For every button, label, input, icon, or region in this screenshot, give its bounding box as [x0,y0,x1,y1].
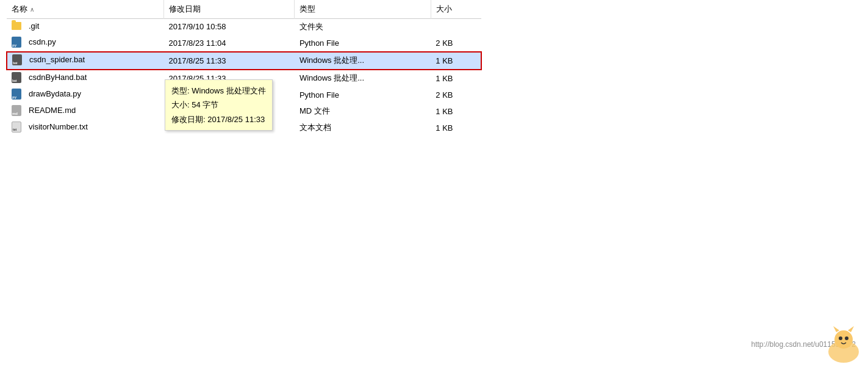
file-icon-wrapper: csdn_spider.bat [12,54,85,65]
file-name-label: csdn_spider.bat [29,55,85,64]
col-type[interactable]: 类型 [295,0,431,19]
bat-icon [12,72,21,83]
file-size-cell: 1 KB [431,70,481,87]
file-type-cell: Windows 批处理... [295,70,431,87]
file-icon-wrapper: README.md [12,105,76,116]
folder-icon [12,22,21,30]
file-modified-cell: 2017/9/10 10:58 [164,19,295,35]
file-name-cell: README.md [7,103,164,120]
col-name[interactable]: 名称 ∧ [7,0,164,19]
file-modified-cell: 2017/8/25 11:33 [164,52,295,70]
file-name-cell: csdn.py [7,35,164,52]
file-name-label: visitorNumber.txt [29,122,88,131]
file-name-label: csdn.py [29,37,56,46]
py-icon [12,89,21,100]
svg-point-4 [839,336,842,340]
file-size-cell: 1 KB [431,120,481,136]
bat-icon [12,54,22,65]
file-size-cell: 1 KB [431,52,481,70]
svg-marker-3 [848,326,854,332]
svg-point-5 [845,336,848,340]
file-size-cell: 1 KB [431,103,481,120]
table-row[interactable]: csdn_spider.bat2017/8/25 11:33Windows 批处… [7,52,481,70]
file-explorer: 名称 ∧ 修改日期 类型 大小 .git2017/9/10 10:58文件夹cs… [0,0,868,367]
svg-point-1 [834,330,853,349]
table-row[interactable]: .git2017/9/10 10:58文件夹 [7,19,481,35]
table-row[interactable]: csdn.py2017/8/23 11:04Python File2 KB [7,35,481,52]
svg-marker-2 [833,326,839,332]
col-size[interactable]: 大小 [431,0,481,19]
file-size-cell: 2 KB [431,87,481,103]
file-type-cell: 文本文档 [295,120,431,136]
character-illustration [795,306,868,367]
file-type-cell: Windows 批处理... [295,52,431,70]
file-type-cell: 文件夹 [295,19,431,35]
file-size-cell [431,19,481,35]
file-name-label: .git [29,21,39,31]
file-name-label: csdnByHand.bat [29,73,87,82]
file-name-cell: csdn_spider.bat [7,52,164,70]
file-icon-wrapper: drawBydata.py [12,89,81,100]
tooltip-line2: 大小: 54 字节 [171,98,266,112]
txt-icon [12,122,21,133]
file-icon-wrapper: visitorNumber.txt [12,122,88,133]
py-icon [12,37,21,48]
md-icon [12,105,21,116]
file-name-label: drawBydata.py [29,89,81,98]
file-name-cell: drawBydata.py [7,87,164,103]
file-name-cell: visitorNumber.txt [7,120,164,136]
file-type-cell: MD 文件 [295,103,431,120]
file-icon-wrapper: .git [12,21,39,31]
sort-arrow-icon: ∧ [30,6,34,13]
file-type-cell: Python File [295,87,431,103]
file-icon-wrapper: csdn.py [12,37,56,48]
tooltip-line3: 修改日期: 2017/8/25 11:33 [171,112,266,126]
tooltip-line1: 类型: Windows 批处理文件 [171,84,266,98]
file-modified-cell: 2017/8/23 11:04 [164,35,295,52]
file-name-cell: csdnByHand.bat [7,70,164,87]
table-header-row: 名称 ∧ 修改日期 类型 大小 [7,0,481,19]
file-name-cell: .git [7,19,164,35]
col-modified[interactable]: 修改日期 [164,0,295,19]
file-name-label: README.md [29,106,76,115]
file-tooltip: 类型: Windows 批处理文件 大小: 54 字节 修改日期: 2017/8… [165,79,273,131]
file-icon-wrapper: csdnByHand.bat [12,72,87,83]
file-size-cell: 2 KB [431,35,481,52]
file-type-cell: Python File [295,35,431,52]
